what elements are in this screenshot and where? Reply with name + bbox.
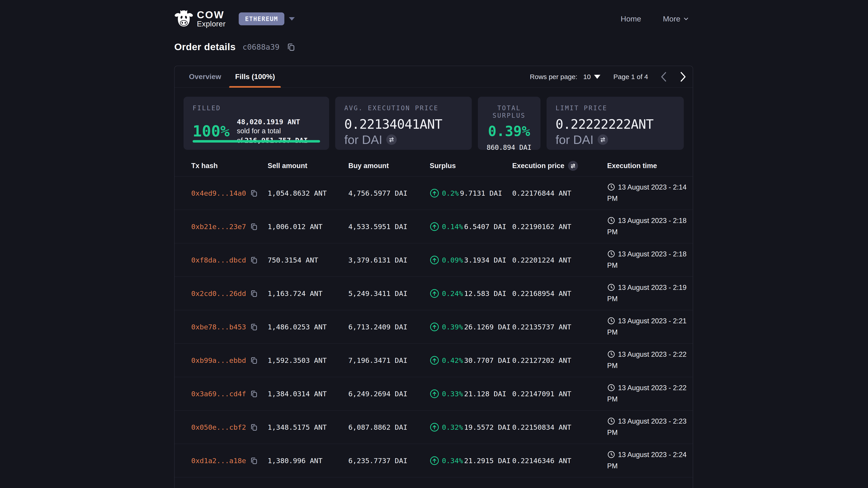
tx-hash-link[interactable]: 0x4ed9...14a0 bbox=[191, 189, 246, 197]
buy-amount: 4,756.5977 DAI bbox=[348, 189, 430, 197]
tx-hash-link[interactable]: 0xf8da...dbcd bbox=[191, 256, 246, 264]
copy-icon[interactable] bbox=[250, 423, 258, 431]
column-surplus: Surplus bbox=[430, 162, 512, 170]
tab-overview[interactable]: Overview bbox=[183, 66, 227, 88]
table-row: 0xb21e...23e71,006.012 ANT4,533.5951 DAI… bbox=[175, 210, 693, 243]
surplus-cell: 0.34%21.2915 DAI bbox=[430, 456, 512, 465]
table-row: 0xb99a...ebbd1,592.3503 ANT7,196.3471 DA… bbox=[175, 344, 693, 377]
chevron-down-icon bbox=[289, 17, 295, 21]
table-row: 0xd1a2...a18e1,380.996 ANT6,235.7737 DAI… bbox=[175, 444, 693, 477]
cow-explorer-logo[interactable]: COW Explorer bbox=[174, 10, 225, 28]
rows-per-page-select[interactable]: 10 bbox=[583, 73, 600, 80]
tx-hash-link[interactable]: 0xbe78...b453 bbox=[191, 323, 246, 331]
clock-icon bbox=[607, 183, 615, 194]
network-selector[interactable]: ETHEREUM bbox=[239, 12, 295, 25]
buy-amount: 6,087.8862 DAI bbox=[348, 423, 430, 431]
tx-hash-link[interactable]: 0xb21e...23e7 bbox=[191, 223, 246, 231]
surplus-amount: 6.5407 DAI bbox=[464, 223, 506, 231]
surplus-percent: 0.33% bbox=[442, 390, 463, 398]
table-row: 0x2cd0...26dd1,163.724 ANT5,249.3411 DAI… bbox=[175, 276, 693, 310]
table-row: 0xbe78...b4531,486.0253 ANT6,713.2409 DA… bbox=[175, 310, 693, 344]
clock-icon bbox=[607, 384, 615, 394]
sell-amount: 1,163.724 ANT bbox=[268, 289, 348, 297]
order-panel: Overview Fills (100%) Rows per page: 10 … bbox=[174, 66, 693, 488]
surplus-percent: 0.24% bbox=[442, 289, 463, 297]
avg-execution-price-value: 0.22134041ANT bbox=[344, 117, 463, 132]
arrow-up-circle-icon bbox=[430, 255, 439, 265]
table-row: 0xf8da...dbcd750.3154 ANT3,379.6131 DAI0… bbox=[175, 243, 693, 276]
fills-table: Tx hash Sell amount Buy amount Surplus E… bbox=[175, 156, 693, 488]
arrow-up-circle-icon bbox=[430, 188, 439, 198]
copy-icon[interactable] bbox=[250, 189, 258, 197]
arrow-up-circle-icon bbox=[430, 322, 439, 332]
sell-amount: 1,054.8632 ANT bbox=[268, 189, 348, 197]
swap-direction-icon[interactable] bbox=[568, 161, 578, 171]
total-surplus-amount: 860.894 DAI bbox=[481, 143, 537, 151]
copy-icon[interactable] bbox=[250, 356, 258, 364]
filled-label: FILLED bbox=[193, 104, 320, 112]
copy-icon[interactable] bbox=[250, 256, 258, 264]
arrow-up-circle-icon bbox=[430, 456, 439, 465]
execution-time: 13 August 2023 - 2:18 PM bbox=[607, 216, 693, 237]
tx-hash-link[interactable]: 0x2cd0...26dd bbox=[191, 289, 246, 297]
surplus-amount: 30.7707 DAI bbox=[464, 356, 510, 364]
copy-icon[interactable] bbox=[250, 289, 258, 297]
swap-direction-icon[interactable] bbox=[386, 134, 397, 145]
surplus-amount: 3.1934 DAI bbox=[464, 256, 506, 264]
surplus-percent: 0.09% bbox=[442, 256, 463, 264]
sell-amount: 1,348.5175 ANT bbox=[268, 423, 348, 431]
logo-title: COW bbox=[197, 10, 225, 20]
sell-amount: 1,384.0314 ANT bbox=[268, 390, 348, 398]
execution-time: 13 August 2023 - 2:22 PM bbox=[607, 383, 693, 404]
copy-icon[interactable] bbox=[250, 457, 258, 465]
arrow-up-circle-icon bbox=[430, 389, 439, 398]
sell-amount: 1,380.996 ANT bbox=[268, 457, 348, 465]
tab-fills[interactable]: Fills (100%) bbox=[229, 66, 281, 88]
surplus-cell: 0.14%6.5407 DAI bbox=[430, 222, 512, 231]
page-title: Order details bbox=[174, 41, 236, 53]
total-surplus-label: TOTAL SURPLUS bbox=[481, 104, 537, 119]
surplus-amount: 19.5572 DAI bbox=[464, 423, 510, 431]
execution-price: 0.22127202 ANT bbox=[512, 356, 607, 364]
table-body: 0x4ed9...14a01,054.8632 ANT4,756.5977 DA… bbox=[175, 176, 693, 477]
avg-execution-price-unit: for DAI bbox=[344, 133, 382, 147]
sell-amount: 750.3154 ANT bbox=[268, 256, 348, 264]
network-badge[interactable]: ETHEREUM bbox=[239, 12, 284, 25]
fill-progress-bar bbox=[193, 140, 320, 142]
logo-subtitle: Explorer bbox=[197, 20, 225, 28]
surplus-percent: 0.14% bbox=[442, 223, 463, 231]
buy-amount: 6,713.2409 DAI bbox=[348, 323, 430, 331]
chevron-down-icon bbox=[683, 15, 689, 22]
surplus-cell: 0.09%3.1934 DAI bbox=[430, 255, 512, 265]
execution-time: 13 August 2023 - 2:21 PM bbox=[607, 316, 693, 337]
copy-icon[interactable] bbox=[250, 323, 258, 331]
tx-hash-link[interactable]: 0xb99a...ebbd bbox=[191, 356, 246, 364]
nav-more[interactable]: More bbox=[663, 14, 689, 23]
buy-amount: 6,235.7737 DAI bbox=[348, 457, 430, 465]
copy-icon[interactable] bbox=[286, 42, 296, 52]
next-page-button[interactable] bbox=[679, 71, 687, 82]
previous-page-button[interactable] bbox=[660, 71, 668, 82]
tx-hash-link[interactable]: 0x3a69...cd4f bbox=[191, 390, 246, 398]
execution-price: 0.22190162 ANT bbox=[512, 223, 607, 231]
tx-hash-link[interactable]: 0xd1a2...a18e bbox=[191, 457, 246, 465]
chevron-right-icon bbox=[679, 71, 687, 82]
surplus-cell: 0.33%21.128 DAI bbox=[430, 389, 512, 398]
table-row: 0x050e...cbf21,348.5175 ANT6,087.8862 DA… bbox=[175, 410, 693, 444]
nav-home[interactable]: Home bbox=[621, 14, 641, 23]
clock-icon bbox=[607, 250, 615, 261]
column-sell-amount: Sell amount bbox=[268, 162, 348, 170]
surplus-cell: 0.24%12.583 DAI bbox=[430, 289, 512, 298]
tx-hash-link[interactable]: 0x050e...cbf2 bbox=[191, 423, 246, 431]
execution-time: 13 August 2023 - 2:14 PM bbox=[607, 183, 693, 203]
clock-icon bbox=[607, 317, 615, 328]
swap-direction-icon[interactable] bbox=[598, 134, 608, 145]
surplus-percent: 0.39% bbox=[442, 323, 463, 331]
table-row: 0x3a69...cd4f1,384.0314 ANT6,249.2694 DA… bbox=[175, 377, 693, 410]
copy-icon[interactable] bbox=[250, 223, 258, 231]
copy-icon[interactable] bbox=[250, 390, 258, 398]
arrow-up-circle-icon bbox=[430, 289, 439, 298]
filled-card: FILLED 100% 48,020.1919 ANT sold for a t… bbox=[184, 97, 329, 150]
sell-amount: 1,592.3503 ANT bbox=[268, 356, 348, 364]
arrow-up-circle-icon bbox=[430, 222, 439, 231]
